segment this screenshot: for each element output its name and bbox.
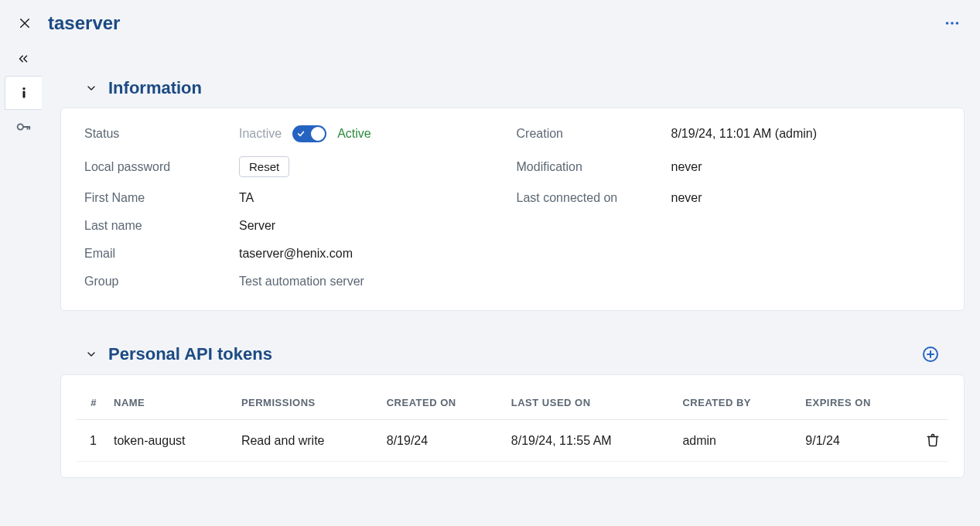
col-created[interactable]: CREATED ON [381,389,505,420]
key-icon [15,118,32,135]
cell-permissions: Read and write [235,420,381,462]
svg-point-7 [18,124,23,129]
section-title-tokens: Personal API tokens [108,344,272,364]
section-title-information: Information [108,78,202,98]
plus-circle-icon [921,345,940,364]
info-icon [16,85,32,101]
tokens-table: # NAME PERMISSIONS CREATED ON LAST USED … [77,389,948,462]
label-creation: Creation [517,127,664,141]
page-title: taserver [48,12,120,34]
tokens-card: # NAME PERMISSIONS CREATED ON LAST USED … [60,374,965,478]
cell-last-used: 8/19/24, 11:55 AM [505,420,677,462]
svg-point-5 [22,87,25,90]
label-local-password: Local password [84,160,231,174]
svg-point-4 [956,22,959,25]
table-row[interactable]: 1 token-august Read and write 8/19/24 8/… [77,420,948,462]
check-icon [297,130,305,138]
col-last-used[interactable]: LAST USED ON [505,389,677,420]
svg-point-2 [946,22,949,25]
value-status: Inactive Active [239,125,509,142]
more-menu-button[interactable] [940,11,965,36]
cell-created: 8/19/24 [381,420,505,462]
value-email: taserver@henix.com [239,247,509,261]
svg-rect-6 [22,91,25,98]
chevron-down-icon [85,348,97,360]
value-first-name: TA [239,191,509,205]
value-last-name: Server [239,219,509,233]
add-token-button[interactable] [920,343,941,365]
value-local-password: Reset [239,156,509,177]
cell-num: 1 [77,420,108,462]
label-email: Email [84,247,231,261]
label-status: Status [84,127,231,141]
status-active-label: Active [337,127,371,141]
svg-point-3 [951,22,954,25]
value-creation: 8/19/24, 11:01 AM (admin) [671,127,941,141]
col-created-by[interactable]: CREATED BY [676,389,799,420]
collapse-sidebar-button[interactable] [11,46,36,71]
reset-password-button[interactable]: Reset [239,156,289,177]
cell-name: token-august [108,420,235,462]
collapse-tokens-button[interactable] [84,347,99,362]
col-name[interactable]: NAME [108,389,235,420]
label-last-connected: Last connected on [517,191,664,205]
collapse-information-button[interactable] [84,80,99,96]
value-group: Test automation server [239,275,509,289]
label-group: Group [84,275,231,289]
section-header-information: Information [60,73,965,108]
section-header-tokens: Personal API tokens [60,339,965,374]
chevron-down-icon [85,82,97,94]
status-toggle[interactable] [292,125,326,142]
value-last-connected: never [671,191,941,205]
col-permissions[interactable]: PERMISSIONS [235,389,381,420]
tab-api-tokens[interactable] [5,110,42,144]
status-inactive-label: Inactive [239,127,282,141]
value-modification: never [671,160,941,174]
cell-expires: 9/1/24 [799,420,917,462]
cell-created-by: admin [676,420,799,462]
label-first-name: First Name [84,191,231,205]
label-modification: Modification [517,160,664,174]
toggle-knob [311,127,325,141]
col-expires[interactable]: EXPIRES ON [799,389,917,420]
tab-information[interactable] [5,76,42,110]
delete-token-button[interactable] [924,431,942,449]
information-card: Status Inactive Active Creation 8/19/24,… [60,108,965,311]
label-last-name: Last name [84,219,231,233]
col-num[interactable]: # [77,389,108,420]
close-button[interactable] [15,14,34,32]
trash-icon [926,433,940,447]
